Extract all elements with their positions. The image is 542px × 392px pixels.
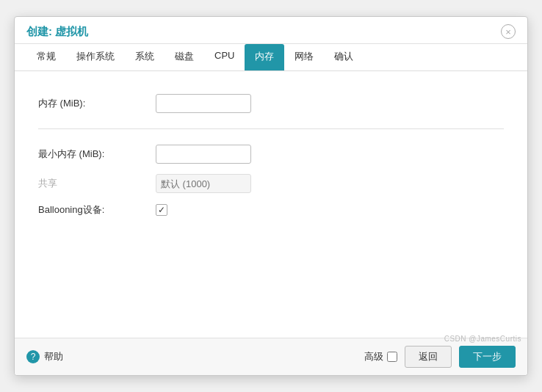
ballooning-row: Ballooning设备: (38, 198, 504, 222)
share-spinbox: ▲ ▼ (156, 174, 251, 193)
back-button[interactable]: 返回 (405, 346, 452, 368)
min-memory-spinbox[interactable]: 1024 ▲ ▼ (156, 145, 251, 164)
next-button[interactable]: 下一步 (459, 346, 516, 368)
tab-memory[interactable]: 内存 (245, 44, 284, 70)
min-memory-input[interactable]: 1024 (156, 145, 251, 163)
tab-disk[interactable]: 磁盘 (165, 44, 204, 70)
help-label: 帮助 (44, 350, 63, 363)
ballooning-checkbox[interactable] (156, 204, 167, 216)
dialog-body: 内存 (MiB): 1024 ▲ ▼ 最小内存 (MiB): 1024 ▲ ▼ (15, 71, 527, 338)
advanced-checkbox[interactable] (387, 352, 397, 362)
footer-left: ? 帮助 (26, 350, 63, 363)
tab-bar: 常规 操作系统 系统 磁盘 CPU 内存 网络 确认 (15, 44, 527, 71)
tab-general[interactable]: 常规 (26, 44, 66, 70)
share-label: 共享 (38, 177, 156, 190)
share-input (156, 175, 251, 192)
min-memory-row: 最小内存 (MiB): 1024 ▲ ▼ (38, 139, 504, 169)
min-memory-label: 最小内存 (MiB): (38, 148, 156, 161)
ballooning-checkbox-container[interactable] (156, 204, 167, 216)
share-row: 共享 ▲ ▼ (38, 169, 504, 198)
tab-network[interactable]: 网络 (284, 44, 324, 70)
watermark: CSDN @JamesCurtis (444, 335, 521, 343)
dialog-title: 创建: 虚拟机 (26, 25, 88, 39)
memory-label: 内存 (MiB): (38, 97, 156, 110)
create-vm-dialog: 创建: 虚拟机 × 常规 操作系统 系统 磁盘 CPU 内存 网络 确认 内存 … (14, 16, 528, 376)
memory-spinbox[interactable]: 1024 ▲ ▼ (156, 94, 251, 113)
dialog-header: 创建: 虚拟机 × (15, 17, 527, 44)
memory-row: 内存 (MiB): 1024 ▲ ▼ (38, 89, 504, 118)
memory-section: 内存 (MiB): 1024 ▲ ▼ (38, 89, 504, 129)
dialog-footer: ? 帮助 高级 返回 下一步 (15, 338, 527, 375)
tab-cpu[interactable]: CPU (204, 44, 245, 70)
close-button[interactable]: × (501, 24, 516, 39)
tab-os[interactable]: 操作系统 (66, 44, 125, 70)
advanced-label-container[interactable]: 高级 (364, 350, 397, 363)
tab-system[interactable]: 系统 (125, 44, 165, 70)
memory-input[interactable]: 1024 (156, 95, 251, 112)
ballooning-label: Ballooning设备: (38, 203, 156, 217)
advanced-label: 高级 (364, 350, 383, 363)
help-icon[interactable]: ? (26, 350, 40, 363)
footer-right: 高级 返回 下一步 (364, 346, 516, 368)
tab-confirm[interactable]: 确认 (324, 44, 364, 70)
